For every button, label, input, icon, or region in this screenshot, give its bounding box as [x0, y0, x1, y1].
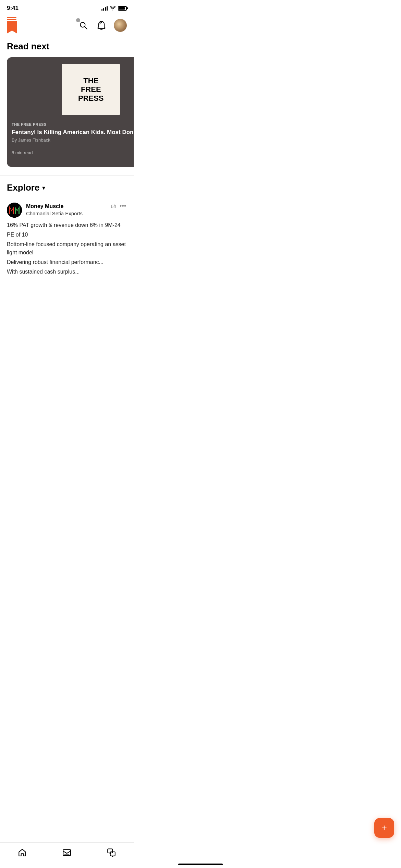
- article-body-line-4: Delivering robust financial performanc..…: [7, 258, 127, 266]
- article-body: 16% PAT growth & revenue down 6% in 9M-2…: [7, 221, 127, 277]
- publisher-name: Money Muscle: [26, 203, 63, 209]
- search-icon: [79, 21, 88, 30]
- cards-scroll: THEFREEPRESS THE FREE PRESS Fentanyl Is …: [0, 57, 134, 167]
- status-icons: [101, 6, 127, 11]
- app-logo[interactable]: [7, 17, 17, 34]
- status-bar: 9:41: [0, 0, 134, 14]
- svg-line-1: [85, 27, 87, 29]
- article-time: 6h: [111, 204, 117, 209]
- card-image: THEFREEPRESS: [7, 57, 134, 119]
- article-body-line-3: Bottom-line focused company operating an…: [7, 240, 127, 257]
- card-author: By James Fishback: [12, 137, 134, 143]
- card-publication: THE FREE PRESS: [12, 122, 134, 126]
- article-more-button[interactable]: •••: [119, 203, 127, 210]
- article-item[interactable]: Money Muscle 6h ••• Chamanlal Setia Expo…: [0, 198, 134, 281]
- card-footer: 8 min read: [12, 147, 134, 158]
- article-meta: Money Muscle 6h ••• Chamanlal Setia Expo…: [26, 203, 127, 216]
- notifications-button[interactable]: [95, 19, 108, 32]
- svg-point-5: [7, 203, 22, 218]
- read-next-title: Read next: [0, 38, 134, 57]
- article-meta-right: 6h •••: [111, 203, 127, 210]
- signal-bars-icon: [101, 6, 108, 11]
- search-notification-dot: [76, 18, 80, 22]
- bell-icon: [97, 21, 106, 30]
- article-header: Money Muscle 6h ••• Chamanlal Setia Expo…: [7, 203, 127, 218]
- article-body-line-1: 16% PAT growth & revenue down 6% in 9M-2…: [7, 221, 127, 229]
- status-time: 9:41: [7, 5, 19, 12]
- article-pub-row: Money Muscle 6h •••: [26, 203, 127, 210]
- explore-header: Explore ▾: [0, 176, 134, 198]
- card-read-time: 8 min read: [12, 150, 33, 155]
- battery-icon: [118, 6, 127, 11]
- search-container: [77, 20, 89, 31]
- article-body-line-5: With sustained cash surplus...: [7, 268, 127, 276]
- article-body-line-2: PE of 10: [7, 231, 127, 239]
- user-avatar[interactable]: [114, 19, 127, 32]
- article-sub-publication: Chamanlal Setia Exports: [26, 210, 127, 216]
- card-content: THE FREE PRESS Fentanyl Is Killing Ameri…: [7, 119, 134, 163]
- explore-title: Explore: [7, 182, 39, 193]
- wifi-icon: [110, 6, 116, 11]
- nav-right: [77, 19, 127, 32]
- free-press-logo: THEFREEPRESS: [62, 64, 120, 115]
- explore-chevron-down-icon[interactable]: ▾: [42, 184, 45, 192]
- article-card[interactable]: THEFREEPRESS THE FREE PRESS Fentanyl Is …: [7, 57, 134, 167]
- free-press-logo-text: THEFREEPRESS: [78, 76, 104, 103]
- publisher-avatar: [7, 203, 22, 218]
- money-muscle-logo: [7, 203, 22, 218]
- top-nav: [0, 14, 134, 38]
- card-headline: Fentanyl Is Killing American Kids. Most …: [12, 129, 134, 136]
